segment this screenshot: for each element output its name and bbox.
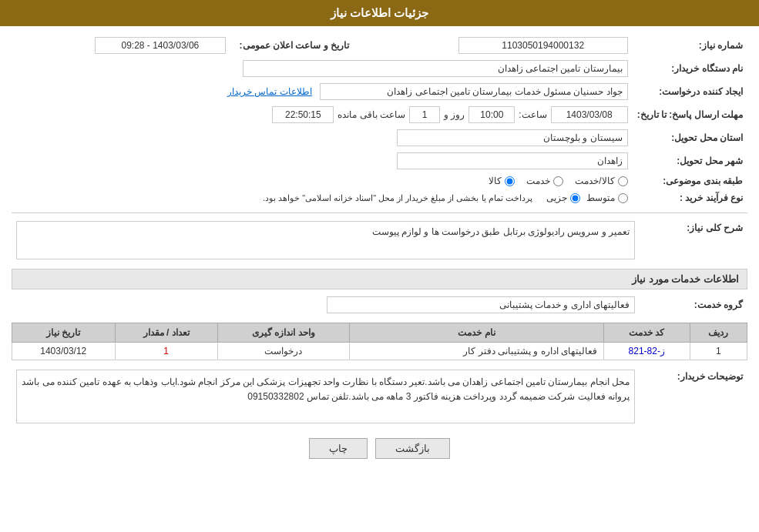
remaining-input: 22:50:15 [272,106,334,123]
reply-time-label: ساعت: [519,109,546,120]
buyer-notes-table: توضیحات خریدار: محل انجام بیمارستان تامی… [12,366,747,427]
reply-deadline-label: مهلت ارسال پاسخ: تا تاریخ: [633,103,747,126]
need-number-label: شماره نیاز: [633,34,747,57]
process-motovaset-label: متوسط [586,192,615,203]
city-label: شهر محل تحویل: [633,149,747,172]
category-kala-khadamat-option[interactable]: کالا/خدمت [575,176,627,186]
category-kala-khadamat-radio[interactable] [618,176,628,186]
process-jazii-radio[interactable] [570,193,580,203]
buttons-row: بازگشت چاپ [12,438,747,459]
reply-time-input: 10:00 [468,106,515,123]
col-unit-header: واحد اندازه گیری [217,323,349,343]
service-table: ردیف کد خدمت نام خدمت واحد اندازه گیری ت… [12,323,747,360]
city-input: زاهدان [397,152,628,169]
contact-link[interactable]: اطلاعات تماس خریدار [227,86,312,97]
category-kala-radio[interactable] [505,176,515,186]
buyer-notes-text: محل انجام بیمارستان تامین اجتماعی زاهدان… [22,376,630,402]
province-input: سیستان و بلوچستان [397,129,628,146]
category-row: کالا/خدمت خدمت کالا [12,172,633,189]
col-code-header: کد خدمت [604,323,690,343]
buyer-notes-box: محل انجام بیمارستان تامین اجتماعی زاهدان… [16,370,635,423]
need-desc-label: شرح کلی نیاز: [640,218,747,263]
print-button[interactable]: چاپ [309,438,368,459]
created-by-value: جواد حسنیان مسئول خدمات بیمارستان تامین … [12,80,633,103]
buyer-org-value: بیمارستان تامین اجتماعی زاهدان [12,57,633,80]
category-label: طبقه بندی موضوعی: [633,172,747,189]
process-desc: پرداخت تمام یا بخشی از مبلغ خریدار از مح… [263,193,532,203]
buyer-org-label: نام دستگاه خریدار: [633,57,747,80]
category-khadamat-option[interactable]: خدمت [526,176,563,186]
service-group-table: گروه خدمت: فعالیتهای اداری و خدمات پشتیب… [12,293,747,316]
buyer-notes-value: محل انجام بیمارستان تامین اجتماعی زاهدان… [12,366,640,427]
created-by-input: جواد حسنیان مسئول خدمات بیمارستان تامین … [320,83,628,100]
need-desc-box: تعمیر و سرویس رادیولوژی برتابل طبق درخوا… [16,221,635,259]
divider-1 [12,212,747,213]
category-kala-label: کالا [489,176,502,186]
process-label: نوع فرآیند خرید : [633,189,747,206]
page-header: جزئیات اطلاعات نیاز [0,0,759,26]
reply-days-label: روز و [444,109,465,120]
info-table: شماره نیاز: 1103050194000132 تاریخ و ساع… [12,34,747,206]
reply-date-input: 1403/03/08 [551,106,628,123]
need-number-value: 1103050194000132 [354,34,633,57]
back-button[interactable]: بازگشت [375,438,450,459]
table-row: 1 ز-82-821 فعالیتهای اداره و پشتیبانی دف… [12,343,747,360]
row-name: فعالیتهای اداره و پشتیبانی دفتر کار [349,343,603,360]
service-info-header: اطلاعات خدمات مورد نیاز [12,269,747,289]
row-date: 1403/03/12 [12,343,116,360]
col-qty-header: تعداد / مقدار [115,323,217,343]
category-khadamat-label: خدمت [526,176,550,186]
row-code: ز-82-821 [604,343,690,360]
category-kala-khadamat-label: کالا/خدمت [575,176,614,186]
category-khadamat-radio[interactable] [553,176,563,186]
row-unit: درخواست [217,343,349,360]
row-number: 1 [690,343,747,360]
category-kala-option[interactable]: کالا [489,176,515,186]
row-qty: 1 [115,343,217,360]
need-desc-table: شرح کلی نیاز: تعمیر و سرویس رادیولوژی بر… [12,218,747,263]
remaining-label: ساعت باقی مانده [338,109,405,120]
process-motovaset-option[interactable]: متوسط [586,192,628,203]
reply-deadline-row: 1403/03/08 ساعت: 10:00 روز و 1 ساعت باقی… [12,103,633,126]
service-group-input: فعالیتهای اداری و خدمات پشتیبانی [327,296,635,313]
province-label: استان محل تحویل: [633,126,747,149]
process-jazii-label: جزیی [546,192,567,203]
page-title: جزئیات اطلاعات نیاز [331,6,428,19]
need-desc-value: تعمیر و سرویس رادیولوژی برتابل طبق درخوا… [12,218,640,263]
service-group-value: فعالیتهای اداری و خدمات پشتیبانی [12,293,640,316]
announce-date-label: تاریخ و ساعت اعلان عمومی: [230,34,354,57]
col-date-header: تاریخ نیاز [12,323,116,343]
reply-days-input: 1 [409,106,440,123]
need-desc-text: تعمیر و سرویس رادیولوژی برتابل طبق درخوا… [372,226,630,237]
announce-date-input: 1403/03/06 - 09:28 [95,37,226,54]
city-value: زاهدان [12,149,633,172]
buyer-org-input: بیمارستان تامین اجتماعی زاهدان [243,60,628,77]
col-name-header: نام خدمت [349,323,603,343]
buyer-notes-label: توضیحات خریدار: [640,366,747,427]
announce-date-value: 1403/03/06 - 09:28 [12,34,230,57]
process-motovaset-radio[interactable] [618,193,628,203]
col-row-header: ردیف [690,323,747,343]
need-number-input: 1103050194000132 [458,37,628,54]
service-group-label: گروه خدمت: [640,293,747,316]
created-by-label: ایجاد کننده درخواست: [633,80,747,103]
province-value: سیستان و بلوچستان [12,126,633,149]
process-row: متوسط جزیی پرداخت تمام یا بخشی از مبلغ خ… [12,189,633,206]
process-jazii-option[interactable]: جزیی [546,192,580,203]
